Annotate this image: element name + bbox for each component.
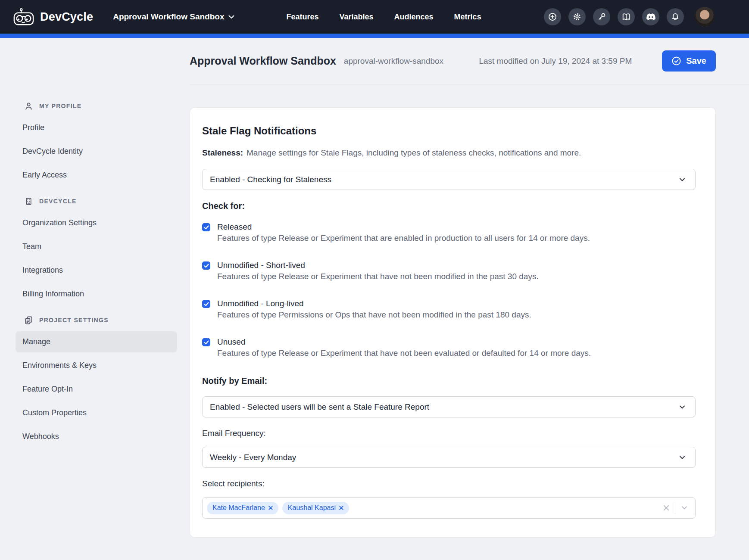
sidebar-item-organization-settings[interactable]: Organization Settings (16, 212, 177, 233)
check-title: Unmodified - Short-lived (217, 260, 539, 271)
staleness-desc-text: Manage settings for Stale Flags, includi… (247, 148, 581, 157)
staleness-select[interactable]: Enabled - Checking for Staleness (202, 169, 696, 190)
unmodified-short-lived-checkbox[interactable] (202, 261, 210, 270)
sidebar-item-profile[interactable]: Profile (16, 117, 177, 138)
chevron-down-icon[interactable] (680, 504, 688, 512)
check-desc: Features of type Release or Experiment t… (217, 348, 591, 359)
brand-name: DevCycle (40, 10, 93, 24)
sidebar-item-manage[interactable]: Manage (16, 331, 177, 352)
sidebar-item-environments-keys[interactable]: Environments & Keys (16, 355, 177, 376)
sidebar-section-project-settings: PROJECT SETTINGS Manage Environments & K… (16, 315, 177, 447)
unused-checkbox[interactable] (202, 338, 210, 346)
check-circle-icon (671, 56, 681, 66)
sidebar-item-billing-information[interactable]: Billing Information (16, 283, 177, 305)
sidebar-item-early-access[interactable]: Early Access (16, 165, 177, 186)
settings-sidebar: MY PROFILE Profile DevCycle Identity Ear… (0, 38, 190, 560)
controls-divider (675, 502, 675, 514)
notify-by-email-select[interactable]: Enabled - Selected users will be sent a … (202, 396, 696, 417)
recipients-controls (663, 502, 688, 514)
sidebar-heading-label: MY PROFILE (39, 103, 81, 109)
bell-icon (671, 12, 680, 22)
check-row-text: Unmodified - Long-lived Features of type… (217, 298, 531, 320)
chevron-down-icon (678, 453, 687, 462)
page-slug: approval-workflow-sandbox (344, 56, 443, 66)
sidebar-item-devcycle-identity[interactable]: DevCycle Identity (16, 141, 177, 162)
save-button[interactable]: Save (662, 50, 716, 72)
check-desc: Features of type Permissions or Ops that… (217, 309, 531, 320)
chevron-down-icon (228, 15, 234, 19)
nav-variables[interactable]: Variables (340, 12, 374, 22)
gear-icon (572, 12, 582, 22)
sidebar-heading-label: DEVCYCLE (39, 198, 77, 205)
person-icon (24, 102, 33, 111)
check-icon (204, 264, 209, 268)
released-checkbox[interactable] (202, 223, 210, 231)
check-icon (204, 225, 209, 230)
check-row-released: Released Features of type Release or Exp… (202, 221, 696, 244)
api-keys-button[interactable] (593, 8, 610, 25)
check-desc: Features of type Release or Experiment t… (217, 271, 539, 282)
main-content: Approval Workflow Sandbox approval-workf… (190, 38, 749, 560)
docs-button[interactable] (618, 8, 635, 25)
project-selector[interactable]: Approval Workflow Sandbox (113, 12, 234, 22)
sidebar-item-feature-opt-in[interactable]: Feature Opt-In (16, 379, 177, 400)
nav-metrics[interactable]: Metrics (454, 12, 481, 22)
primary-nav: Features Variables Audiences Metrics (286, 12, 481, 22)
book-icon (621, 12, 631, 22)
email-frequency-select[interactable]: Weekly - Every Monday (202, 447, 696, 468)
discord-icon (646, 13, 656, 21)
sidebar-section-devcycle: DEVCYCLE Organization Settings Team Inte… (16, 196, 177, 305)
staleness-description: Staleness:Manage settings for Stale Flag… (202, 147, 696, 159)
sidebar-section-heading: DEVCYCLE (16, 196, 177, 206)
top-navbar: DevCycle Approval Workflow Sandbox Featu… (0, 0, 749, 34)
settings-button[interactable] (568, 8, 586, 25)
check-row-text: Unused Features of type Release or Exper… (217, 336, 591, 359)
check-title: Unused (217, 336, 591, 348)
accent-bar (0, 34, 749, 38)
check-desc: Features of type Release or Experiment t… (217, 233, 590, 244)
nav-features[interactable]: Features (286, 12, 318, 22)
staleness-label: Staleness: (202, 148, 243, 157)
recipient-chip: Kaushal Kapasi (282, 502, 349, 514)
sidebar-section-my-profile: MY PROFILE Profile DevCycle Identity Ear… (16, 101, 177, 186)
devcycle-logo-icon (13, 7, 34, 26)
recipient-chip: Kate MacFarlane (207, 502, 278, 514)
nav-icon-buttons (544, 7, 715, 27)
unmodified-long-lived-checkbox[interactable] (202, 300, 210, 308)
check-row-text: Released Features of type Release or Exp… (217, 221, 590, 244)
notify-by-email-label: Notify by Email: (202, 376, 696, 386)
user-avatar[interactable] (695, 7, 715, 27)
remove-recipient-icon[interactable] (339, 506, 343, 510)
recipient-name: Kate MacFarlane (212, 504, 265, 512)
notify-select-value: Enabled - Selected users will be sent a … (210, 402, 429, 412)
page: DevCycle Approval Workflow Sandbox Featu… (0, 0, 749, 560)
sidebar-item-custom-properties[interactable]: Custom Properties (16, 402, 177, 423)
clipboard-icon (24, 316, 33, 325)
check-for-label: Check for: (202, 201, 696, 211)
sidebar-item-webhooks[interactable]: Webhooks (16, 426, 177, 447)
nav-audiences[interactable]: Audiences (394, 12, 434, 22)
last-modified-text: Last modified on July 19, 2024 at 3:59 P… (479, 56, 632, 66)
email-frequency-label: Email Frequency: (202, 429, 696, 438)
check-row-text: Unmodified - Short-lived Features of typ… (217, 260, 539, 282)
card-title: Stale Flag Notifications (202, 125, 696, 137)
remove-recipient-icon[interactable] (268, 506, 273, 510)
sidebar-section-heading: PROJECT SETTINGS (16, 315, 177, 325)
chevron-down-icon (678, 403, 687, 411)
clear-all-icon[interactable] (663, 504, 670, 511)
building-icon (24, 197, 33, 206)
create-button[interactable] (544, 8, 561, 25)
discord-button[interactable] (642, 8, 659, 25)
save-button-label: Save (686, 56, 706, 66)
notifications-button[interactable] (667, 8, 684, 25)
key-icon (597, 12, 606, 22)
sidebar-heading-label: PROJECT SETTINGS (39, 317, 109, 324)
sidebar-item-integrations[interactable]: Integrations (16, 260, 177, 281)
recipients-multiselect[interactable]: Kate MacFarlane Kaushal Kapasi (202, 497, 696, 519)
devcycle-brand[interactable]: DevCycle (13, 7, 93, 26)
project-selector-label: Approval Workflow Sandbox (113, 12, 224, 22)
page-title: Approval Workflow Sandbox (190, 55, 336, 67)
select-recipients-label: Select recipients: (202, 479, 696, 488)
sidebar-item-team[interactable]: Team (16, 236, 177, 257)
check-row-unmodified-long-lived: Unmodified - Long-lived Features of type… (202, 298, 696, 320)
